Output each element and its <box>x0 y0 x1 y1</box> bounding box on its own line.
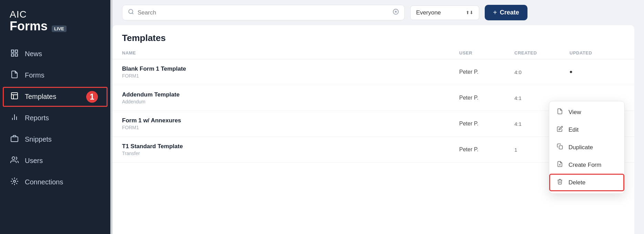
nav-list: News Forms Templates 1 Reports Snippet <box>0 40 110 234</box>
logo-forms: Forms <box>10 19 48 33</box>
svg-rect-2 <box>11 54 14 56</box>
svg-rect-10 <box>11 137 18 142</box>
menu-item-label: Delete <box>568 179 585 186</box>
chevron-down-icon: ⬆⬇ <box>466 10 473 15</box>
sidebar-item-label: Users <box>25 157 43 165</box>
sidebar-item-forms[interactable]: Forms <box>0 65 110 86</box>
row-updated: • <box>570 67 625 77</box>
search-box[interactable] <box>122 5 405 20</box>
search-input[interactable] <box>138 9 389 16</box>
sidebar: AIC Forms LIVE News Forms Templates 1 <box>0 0 110 234</box>
row-name: Form 1 w/ Annexures <box>122 117 459 124</box>
content-area: Templates NAME USER CREATED UPDATED Blan… <box>112 25 634 234</box>
svg-rect-18 <box>559 146 563 149</box>
sidebar-item-label: Reports <box>25 114 49 122</box>
svg-rect-0 <box>11 50 14 52</box>
row-user: Peter P. <box>459 95 514 101</box>
svg-rect-3 <box>15 54 18 56</box>
row-created: 4:0 <box>514 69 570 75</box>
sidebar-item-label: Snippets <box>25 135 52 143</box>
svg-line-14 <box>132 13 133 14</box>
table-row[interactable]: Blank Form 1 Template FORM1 Peter P. 4:0… <box>112 59 634 85</box>
edit-icon <box>556 126 564 134</box>
col-created: CREATED <box>514 50 570 55</box>
search-clear-icon[interactable] <box>393 9 399 17</box>
search-icon <box>128 9 134 17</box>
app-logo: AIC Forms LIVE <box>0 0 110 40</box>
view-icon <box>556 108 564 116</box>
svg-point-13 <box>129 9 133 13</box>
templates-icon <box>10 92 19 102</box>
snippets-icon <box>10 134 19 145</box>
create-form-icon <box>556 161 564 169</box>
create-button[interactable]: + Create <box>485 5 527 20</box>
col-name: NAME <box>122 50 459 55</box>
duplicate-icon <box>556 143 564 151</box>
connections-icon <box>10 177 19 187</box>
filter-label: Everyone <box>416 9 441 16</box>
menu-item-label: View <box>568 109 581 116</box>
row-name: Addendum Template <box>122 91 459 98</box>
users-icon <box>10 156 19 166</box>
sidebar-item-templates[interactable]: Templates 1 <box>3 87 108 107</box>
svg-rect-1 <box>15 50 18 52</box>
table-header: NAME USER CREATED UPDATED <box>112 47 634 59</box>
sidebar-item-label: News <box>25 50 42 58</box>
filter-dropdown[interactable]: Everyone ⬆⬇ <box>410 6 479 20</box>
menu-item-create-form[interactable]: Create Form <box>549 156 624 174</box>
logo-live: LIVE <box>52 26 67 32</box>
delete-icon <box>556 179 564 186</box>
row-name: Blank Form 1 Template <box>122 65 459 72</box>
sidebar-item-label: Forms <box>25 71 44 79</box>
menu-item-delete[interactable]: Delete <box>549 174 624 191</box>
menu-item-edit[interactable]: Edit <box>549 121 624 139</box>
news-icon <box>10 49 19 59</box>
main-area: Everyone ⬆⬇ + Create Templates NAME USER… <box>112 0 644 234</box>
col-user: USER <box>459 50 514 55</box>
svg-point-12 <box>13 180 16 182</box>
context-menu: View Edit Duplicate Create Form <box>549 101 625 194</box>
row-name: T1 Standard Template <box>122 143 459 150</box>
menu-item-label: Duplicate <box>568 144 593 151</box>
row-user: Peter P. <box>459 146 514 153</box>
sidebar-item-snippets[interactable]: Snippets <box>0 129 110 150</box>
row-sub: Addendum <box>122 99 459 104</box>
menu-item-view[interactable]: View <box>549 103 624 121</box>
menu-item-label: Create Form <box>568 162 601 169</box>
sidebar-item-label: Connections <box>25 178 63 186</box>
menu-item-label: Edit <box>568 126 578 133</box>
toolbar: Everyone ⬆⬇ + Create <box>112 0 644 25</box>
forms-icon <box>10 70 19 81</box>
row-user: Peter P. <box>459 69 514 75</box>
row-sub: FORM1 <box>122 125 459 130</box>
content-header: Templates <box>112 25 634 47</box>
plus-icon: + <box>493 9 497 17</box>
row-user: Peter P. <box>459 121 514 127</box>
templates-badge: 1 <box>86 91 98 103</box>
annotation-2: 2 <box>634 178 634 193</box>
row-sub: FORM1 <box>122 73 459 79</box>
sidebar-item-users[interactable]: Users <box>0 150 110 172</box>
sidebar-item-news[interactable]: News <box>0 43 110 65</box>
logo-aic: AIC <box>10 10 101 19</box>
menu-item-duplicate[interactable]: Duplicate <box>549 139 624 156</box>
row-sub: Transfer <box>122 151 459 156</box>
sidebar-item-connections[interactable]: Connections <box>0 172 110 193</box>
col-updated: UPDATED <box>570 50 625 55</box>
svg-point-11 <box>12 157 15 160</box>
sidebar-item-reports[interactable]: Reports <box>0 108 110 129</box>
page-title: Templates <box>122 33 625 43</box>
sidebar-item-label: Templates <box>25 93 56 101</box>
row-created: 4:1 <box>514 95 570 101</box>
svg-rect-4 <box>11 93 18 99</box>
reports-icon <box>10 113 19 123</box>
